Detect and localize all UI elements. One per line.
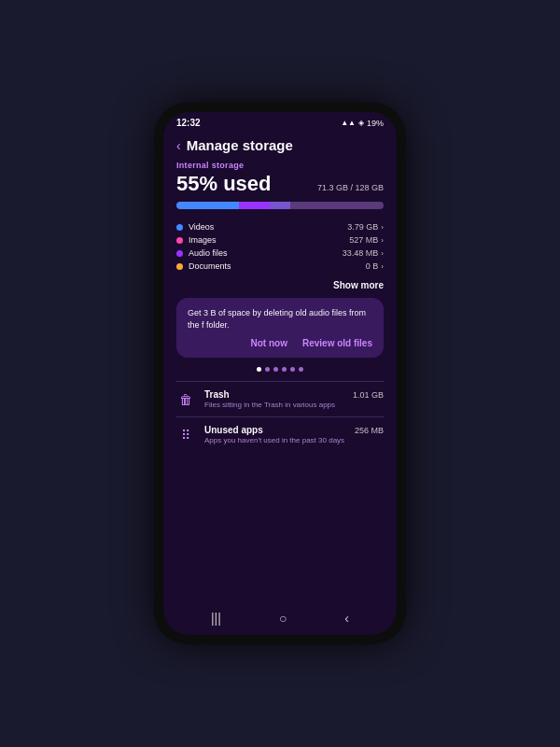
review-files-button[interactable]: Review old files <box>302 338 372 348</box>
audio-dot <box>176 250 183 257</box>
images-dot <box>176 237 183 244</box>
storage-percent: 55% used <box>176 172 272 196</box>
battery-icon: 19% <box>367 119 384 128</box>
status-icons: ▲▲ ◈ 19% <box>341 119 384 128</box>
dot-3 <box>273 367 278 372</box>
header: ‹ Manage storage <box>176 137 384 153</box>
screen-content: ‹ Manage storage Internal storage 55% us… <box>163 130 397 603</box>
file-item-audio[interactable]: Audio files 33.48 MB › <box>176 248 384 258</box>
audio-label: Audio files <box>189 248 228 258</box>
dot-2 <box>265 367 270 372</box>
docs-chevron: › <box>381 262 384 271</box>
internal-storage-section: Internal storage 55% used 71.3 GB / 128 … <box>176 161 384 215</box>
page-title: Manage storage <box>187 137 293 153</box>
not-now-button[interactable]: Not now <box>251 338 287 348</box>
suggestion-buttons: Not now Review old files <box>188 338 372 348</box>
back-button[interactable]: ‹ <box>176 138 181 153</box>
docs-size: 0 B <box>366 261 379 271</box>
unused-apps-icon: ⠿ <box>176 428 195 443</box>
file-type-list: Videos 3.79 GB › Images 527 MB › <box>176 222 384 271</box>
trash-icon: 🗑 <box>176 392 195 407</box>
dots-indicator <box>176 367 384 372</box>
storage-percent-row: 55% used 71.3 GB / 128 GB <box>176 172 384 196</box>
images-size: 527 MB <box>349 235 378 245</box>
progress-audio <box>270 202 290 209</box>
home-nav-icon[interactable]: ○ <box>279 611 287 626</box>
unused-apps-name: Unused apps <box>204 425 263 435</box>
dot-6 <box>299 367 303 372</box>
dot-1 <box>257 367 261 372</box>
unused-apps-size: 256 MB <box>355 426 384 435</box>
trash-size: 1.01 GB <box>353 390 384 400</box>
file-item-docs[interactable]: Documents 0 B › <box>176 261 384 271</box>
file-item-videos[interactable]: Videos 3.79 GB › <box>176 222 384 232</box>
videos-label: Videos <box>189 222 214 232</box>
progress-images <box>239 202 270 209</box>
storage-items: 🗑 Trash 1.01 GB Files sitting in the Tra… <box>176 381 384 452</box>
status-time: 12:32 <box>176 118 201 128</box>
status-bar: 12:32 ▲▲ ◈ 19% <box>163 112 397 130</box>
storage-label: Internal storage <box>176 161 384 170</box>
storage-item-trash[interactable]: 🗑 Trash 1.01 GB Files sitting in the Tra… <box>176 381 384 416</box>
storage-size: 71.3 GB / 128 GB <box>317 183 384 192</box>
phone-wrapper: 12:32 ▲▲ ◈ 19% ‹ Manage storage Internal… <box>154 103 406 644</box>
signal-icon: ▲▲ <box>341 119 356 127</box>
show-more-button[interactable]: Show more <box>176 280 384 290</box>
unused-apps-desc: Apps you haven't used in the past 30 day… <box>204 436 384 444</box>
docs-dot <box>176 263 183 270</box>
nav-bar: ||| ○ ‹ <box>163 603 397 635</box>
images-chevron: › <box>381 236 384 245</box>
docs-label: Documents <box>189 261 231 271</box>
videos-dot <box>176 224 183 231</box>
images-label: Images <box>189 235 217 245</box>
back-nav-icon[interactable]: ‹ <box>344 611 349 626</box>
progress-videos <box>176 202 239 209</box>
audio-chevron: › <box>381 249 384 258</box>
storage-progress-bar <box>176 202 384 209</box>
audio-size: 33.48 MB <box>343 248 379 258</box>
storage-item-unused-apps[interactable]: ⠿ Unused apps 256 MB Apps you haven't us… <box>176 416 384 452</box>
suggestion-text: Get 3 B of space by deleting old audio f… <box>188 307 372 331</box>
dot-4 <box>282 367 287 372</box>
menu-nav-icon[interactable]: ||| <box>211 611 221 626</box>
phone-screen: 12:32 ▲▲ ◈ 19% ‹ Manage storage Internal… <box>163 112 397 635</box>
videos-size: 3.79 GB <box>347 222 378 232</box>
file-item-images[interactable]: Images 527 MB › <box>176 235 384 245</box>
suggestion-card: Get 3 B of space by deleting old audio f… <box>176 298 384 358</box>
trash-desc: Files sitting in the Trash in various ap… <box>204 401 384 409</box>
dot-5 <box>290 367 295 372</box>
videos-chevron: › <box>381 223 384 232</box>
wifi-icon: ◈ <box>358 119 364 127</box>
trash-name: Trash <box>204 389 230 400</box>
